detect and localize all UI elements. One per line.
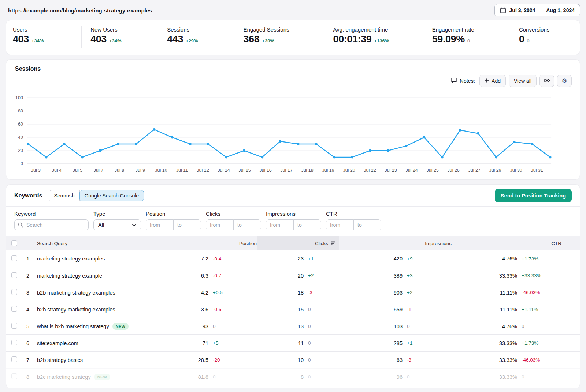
x-axis-tick-label: Jul 30 <box>510 168 522 173</box>
clicks-value: 18 <box>257 290 304 296</box>
header-search-query[interactable]: Search Query <box>33 236 179 250</box>
x-axis-tick-label: Jul 26 <box>447 168 459 173</box>
ctr-to-input[interactable] <box>353 219 381 230</box>
metric-label: Sessions <box>167 26 234 33</box>
position-delta: -0.4 <box>208 256 257 262</box>
position-to-input[interactable] <box>173 219 201 230</box>
row-index: 5 <box>22 323 33 329</box>
data-point <box>243 149 245 152</box>
metric: Avg. engagement time 00:01:39 +136% <box>324 26 423 48</box>
metric-label: Engagement rate <box>432 26 510 33</box>
row-index: 3 <box>22 290 33 296</box>
clicks-value: 10 <box>257 357 304 363</box>
ctr-delta: -46.03% <box>517 357 569 363</box>
table-row: 1 marketing strategy examples 7.2 -0.4 2… <box>6 250 580 267</box>
ctr-value: 33.33% <box>452 340 517 346</box>
data-point <box>63 143 66 145</box>
metric-delta: +34% <box>109 38 122 44</box>
keyword-query[interactable]: b2b strategy basics <box>37 357 83 363</box>
filter-clicks-label: Clicks <box>206 211 261 217</box>
metric: Conversions 0 0 <box>510 26 580 48</box>
keyword-query[interactable]: marketing strategy example <box>37 273 102 279</box>
y-axis-tick-label: 100 <box>15 95 23 100</box>
data-point <box>261 156 263 159</box>
type-select[interactable]: All <box>93 219 141 230</box>
keywords-card: Keywords Semrush Google Search Console S… <box>6 184 580 388</box>
x-axis-tick-label: Jul 7 <box>94 168 103 173</box>
keyword-query[interactable]: b2c marketing strategy <box>37 374 91 380</box>
x-axis-tick-label: Jul 4 <box>52 168 62 173</box>
tab-semrush[interactable]: Semrush <box>49 190 79 201</box>
data-point <box>513 141 515 143</box>
ctr-delta: +33.33% <box>517 273 569 278</box>
tab-google-search-console[interactable]: Google Search Console <box>79 190 144 201</box>
y-axis-tick-label: 20 <box>18 148 23 153</box>
gear-icon: ⚙ <box>562 78 567 84</box>
row-checkbox[interactable] <box>11 373 17 379</box>
metric: Sessions 443 +29% <box>158 26 234 48</box>
position-value: 7.2 <box>179 256 208 262</box>
clicks-to-input[interactable] <box>233 219 261 230</box>
x-axis-tick-label: Jul 22 <box>364 168 376 173</box>
notes-settings-button[interactable]: ⚙ <box>557 75 572 87</box>
row-checkbox[interactable] <box>11 255 17 261</box>
filter-type: Type All <box>93 211 141 230</box>
header-ctr[interactable]: CTR <box>452 236 569 250</box>
row-checkbox[interactable] <box>11 289 17 295</box>
impressions-value: 63 <box>339 357 403 363</box>
header-clicks[interactable]: Clicks <box>257 236 339 250</box>
data-point <box>369 149 371 152</box>
y-axis-tick-label: 60 <box>18 122 23 127</box>
send-to-position-tracking-button[interactable]: Send to Position Tracking <box>495 189 572 202</box>
data-point <box>27 143 30 145</box>
row-checkbox[interactable] <box>11 356 17 362</box>
data-point <box>117 143 119 145</box>
clicks-delta: +1 <box>304 256 339 262</box>
header-position[interactable]: Position <box>179 236 257 250</box>
x-axis-tick-label: Jul 14 <box>218 168 230 173</box>
select-all-checkbox[interactable] <box>11 240 17 246</box>
row-checkbox[interactable] <box>11 340 17 345</box>
keyword-query[interactable]: site:example.com <box>37 340 78 346</box>
keywords-source-tabs: Semrush Google Search Console <box>49 190 144 201</box>
sessions-title: Sessions <box>15 66 580 72</box>
ctr-from-input[interactable] <box>326 219 354 230</box>
keyword-search-input[interactable] <box>14 219 89 230</box>
metric-value: 59.09% <box>432 34 465 45</box>
position-from-input[interactable] <box>146 219 174 230</box>
clicks-from-input[interactable] <box>206 219 234 230</box>
sessions-chart: 020406080100Jul 3Jul 4Jul 5Jul 7Jul 8Jul… <box>6 93 580 175</box>
position-value: 3.6 <box>179 307 208 313</box>
date-range-picker[interactable]: Jul 3, 2024 – Aug 1, 2024 <box>494 4 580 16</box>
impressions-to-input[interactable] <box>293 219 321 230</box>
row-checkbox[interactable] <box>11 272 17 278</box>
row-checkbox[interactable] <box>11 306 17 312</box>
data-point <box>495 156 497 159</box>
filter-keyword-label: Keyword <box>14 211 89 217</box>
position-value: 28.5 <box>179 357 208 363</box>
view-all-notes-button[interactable]: View all <box>509 75 537 87</box>
header-impressions[interactable]: Impressions <box>339 236 452 250</box>
keyword-query[interactable]: b2b marketing strategy examples <box>37 290 115 296</box>
add-note-button[interactable]: Add <box>479 75 506 87</box>
keyword-query[interactable]: what is b2b marketing strategy <box>37 323 109 329</box>
keyword-query[interactable]: marketing strategy examples <box>37 256 105 262</box>
row-index: 8 <box>22 374 33 380</box>
toggle-notes-visibility-button[interactable] <box>539 75 554 87</box>
metric-value: 403 <box>90 34 107 45</box>
notes-label-group: Notes: <box>451 77 475 85</box>
data-point <box>423 136 426 139</box>
page-url: https://example.com/blog/marketing-strat… <box>6 7 152 14</box>
note-bubble-icon <box>451 77 457 85</box>
row-index: 1 <box>22 256 33 262</box>
metric-value: 00:01:39 <box>333 34 372 45</box>
table-row: 4 b2b strategy marketing examples 3.6 -0… <box>6 301 580 318</box>
impressions-from-input[interactable] <box>266 219 294 230</box>
filter-ctr-label: CTR <box>326 211 381 217</box>
row-checkbox[interactable] <box>11 323 17 329</box>
metric-value: 368 <box>243 34 259 45</box>
clicks-value: 11 <box>257 340 304 346</box>
metric-label: Conversions <box>519 26 580 33</box>
header-clicks-label: Clicks <box>315 241 328 246</box>
keyword-query[interactable]: b2b strategy marketing examples <box>37 307 115 313</box>
